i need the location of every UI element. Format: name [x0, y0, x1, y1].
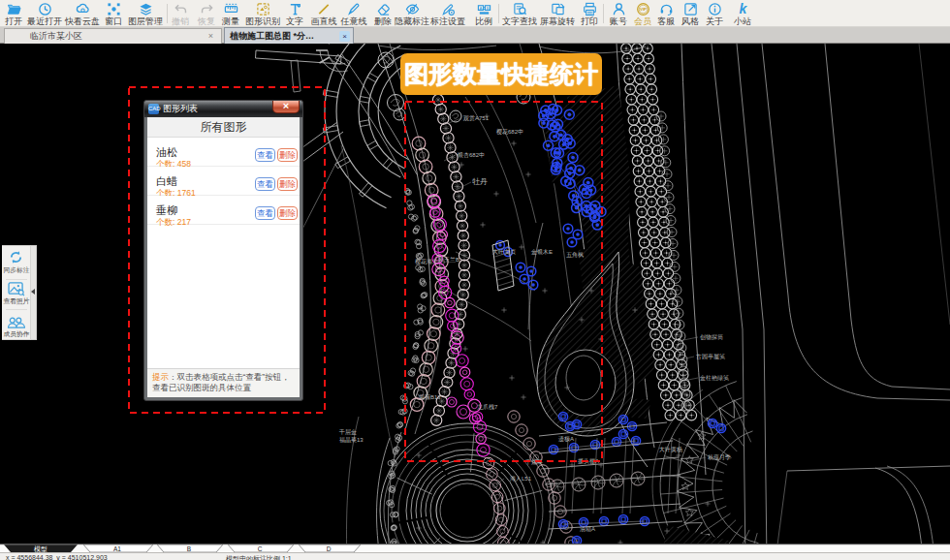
svg-text:观赏A751: 观赏A751 — [462, 114, 490, 122]
svg-text:k: k — [739, 2, 747, 16]
svg-text:大叶女贞: 大叶女贞 — [492, 248, 516, 255]
svg-text:模型: 模型 — [34, 545, 48, 552]
svg-text:牡丹: 牡丹 — [472, 177, 488, 186]
svg-text:大叶黄杨: 大叶黄杨 — [659, 446, 682, 453]
svg-text:栽蕴月季: 栽蕴月季 — [708, 453, 731, 461]
svg-text:樱花海棠: 樱花海棠 — [415, 258, 438, 265]
svg-text:千层金: 千层金 — [338, 428, 357, 435]
svg-text:D: D — [327, 545, 332, 552]
svg-text:海人L51: 海人L51 — [510, 476, 532, 482]
svg-text:金银木E: 金银木E — [530, 248, 553, 255]
svg-text:C: C — [258, 545, 263, 552]
svg-text:油箱A: 油箱A — [580, 525, 595, 533]
svg-text:B: B — [486, 6, 489, 11]
svg-text:VIP: VIP — [640, 7, 647, 12]
svg-text:创物探筒: 创物探筒 — [700, 333, 723, 341]
svg-text:五角枫: 五角枫 — [566, 252, 584, 258]
svg-text:A1: A1 — [113, 545, 121, 552]
svg-text:银杏682中: 银杏682中 — [457, 151, 485, 158]
svg-text:金柱艳绿笺: 金柱艳绿笺 — [699, 375, 729, 382]
svg-text:A: A — [479, 6, 482, 11]
svg-text:樱花682中: 樱花682中 — [496, 128, 523, 136]
svg-text:龙爪槐7: 龙爪槐7 — [477, 404, 498, 411]
svg-text:遗极A: 遗极A — [558, 436, 574, 442]
svg-text:紫薇B13: 紫薇B13 — [418, 393, 441, 400]
svg-text:B: B — [187, 545, 191, 552]
svg-text:紫玉兰B: 紫玉兰B — [437, 256, 459, 263]
svg-text:福晶菜13: 福晶菜13 — [339, 437, 364, 444]
svg-text:古园亭屋笺: 古园亭屋笺 — [696, 353, 725, 360]
